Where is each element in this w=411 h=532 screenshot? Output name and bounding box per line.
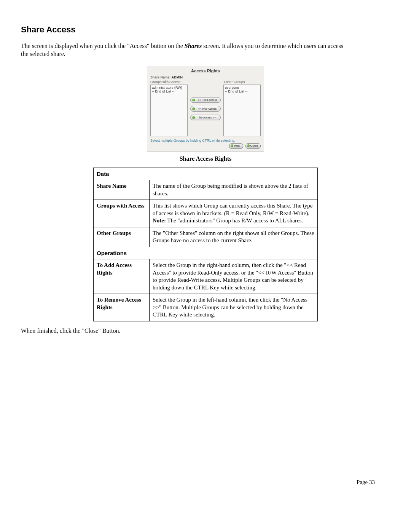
- other-groups-list[interactable]: everyone -- End of List --: [223, 85, 261, 136]
- share-name-label: Share Name:: [150, 75, 170, 79]
- row-label: To Remove Access Rights: [94, 294, 150, 321]
- groups-with-access-list[interactable]: administrators (RW) -- End of List --: [150, 85, 188, 136]
- right-list-label: Other Groups: [223, 80, 261, 84]
- row-text: The name of the Group being modified is …: [150, 180, 318, 200]
- table-row: To Add Access Rights Select the Group in…: [94, 259, 318, 294]
- table-row: Groups with Access This list shows which…: [94, 200, 318, 227]
- page-number: Page 33: [21, 479, 390, 486]
- row-label: Share Name: [94, 180, 150, 200]
- row-text-line1: This list shows which Group can currentl…: [153, 203, 312, 216]
- share-name-line: Share Name: ADMIN: [150, 75, 261, 79]
- intro-paragraph: The screen is displayed when you click t…: [21, 42, 344, 58]
- list-item[interactable]: everyone: [225, 86, 259, 89]
- multi-select-hint: Select multiple Groups by holding CTRL w…: [150, 139, 261, 142]
- access-rights-dialog: Access Rights Share Name: ADMIN Groups w…: [147, 66, 264, 152]
- share-name-value: ADMIN: [172, 75, 183, 79]
- list-item: -- End of List --: [225, 89, 259, 93]
- list-item[interactable]: administrators (RW): [152, 86, 186, 89]
- left-list-label: Groups with Access: [150, 80, 188, 84]
- row-text: Select the Group in the right-hand colum…: [150, 259, 318, 294]
- note-text: The "administrators" Group has R/W acces…: [166, 217, 303, 224]
- intro-shares-word: Shares: [185, 43, 202, 49]
- closing-note: When finished, click the "Close" Button.: [21, 328, 390, 334]
- row-label: To Add Access Rights: [94, 259, 150, 294]
- no-access-button[interactable]: No Access >>: [190, 115, 221, 120]
- table-row: To Remove Access Rights Select the Group…: [94, 294, 318, 321]
- table-row: Other Groups The "Other Shares" column o…: [94, 227, 318, 247]
- note-label: Note:: [153, 217, 166, 224]
- list-item: -- End of List --: [152, 89, 186, 93]
- close-button[interactable]: Close: [245, 143, 261, 149]
- section-header-data: Data: [94, 168, 318, 180]
- read-access-button[interactable]: << Read Access: [190, 97, 221, 103]
- help-button[interactable]: Help: [229, 143, 243, 149]
- intro-text-a: The screen is displayed when you click t…: [21, 43, 185, 49]
- row-text: This list shows which Group can currentl…: [150, 200, 318, 227]
- row-text: Select the Group in the left-hand column…: [150, 294, 318, 321]
- dialog-title: Access Rights: [150, 69, 261, 73]
- row-label: Groups with Access: [94, 200, 150, 227]
- row-label: Other Groups: [94, 227, 150, 247]
- description-table: Data Share Name The name of the Group be…: [93, 168, 318, 321]
- rw-access-button[interactable]: << R/W Access: [190, 106, 221, 112]
- figure-caption: Share Access Rights: [21, 155, 390, 162]
- page-title: Share Access: [21, 25, 390, 35]
- section-header-operations: Operations: [94, 247, 318, 259]
- table-row: Share Name The name of the Group being m…: [94, 180, 318, 200]
- row-text: The "Other Shares" column on the right s…: [150, 227, 318, 247]
